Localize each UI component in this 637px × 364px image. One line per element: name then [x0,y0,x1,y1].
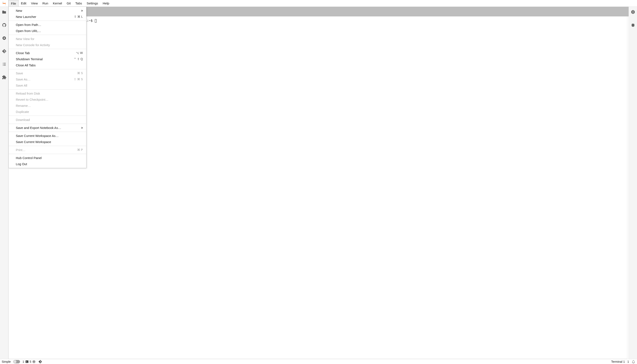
menu-separator [9,154,86,154]
menuitem-download: Download [9,117,86,123]
menuitem-label: New Launcher [16,14,74,20]
menu-separator [9,89,86,90]
menuitem-revert-to-checkpoint: Revert to Checkpoint… [9,96,86,102]
terminal-cursor [95,19,97,22]
menuitem-shortcut: ⌘ P [77,147,83,153]
menu-separator [9,146,86,146]
menuitem-print: Print…⌘ P [9,147,86,153]
dock-panel: $_ Terminal 1 ✕ + notebook@jupyterhub-17… [9,7,628,359]
menuitem-label: Save Current Workspace [16,139,83,145]
menuitem-new[interactable]: New [9,8,86,14]
git-status-icon[interactable] [38,360,42,364]
menuitem-label: Save and Export Notebook As… [16,125,82,131]
svg-rect-7 [34,361,35,362]
menu-separator [9,69,86,69]
menu-run[interactable]: Run [40,0,51,6]
running-icon[interactable] [2,36,7,40]
notification-count: 1 [627,360,629,363]
toc-icon[interactable] [2,62,7,66]
submenu-caret-icon [82,127,83,129]
terminal-count: 5 [30,360,32,363]
submenu-caret-icon [82,10,83,12]
menu-file[interactable]: File [9,0,19,6]
debugger-icon[interactable] [631,23,635,28]
menuitem-shortcut: ⌥ W [76,50,83,56]
menuitem-label: New [16,8,82,14]
left-sidebar [0,7,9,359]
menuitem-shortcut: ⇧ ⌘ L [74,14,83,20]
menuitem-label: Download [16,117,83,123]
menu-settings[interactable]: Settings [84,0,100,6]
menu-view[interactable]: View [29,0,40,6]
menuitem-save-all: Save All [9,82,86,88]
menu-edit[interactable]: Edit [19,0,29,6]
menuitem-new-launcher[interactable]: New Launcher⇧ ⌘ L [9,14,86,20]
menuitem-open-from-url[interactable]: Open from URL… [9,28,86,34]
menuitem-close-all-tabs[interactable]: Close All Tabs [9,62,86,68]
menuitem-shutdown-terminal[interactable]: Shutdown Terminal⌃ ⇧ Q [9,56,86,62]
menuitem-close-tab[interactable]: Close Tab⌥ W [9,50,86,56]
menuitem-duplicate: Duplicate [9,109,86,115]
menuitem-label: Print… [16,147,77,153]
status-bar: Simple 1 $_ 5 Terminal 1 1 [0,359,637,364]
kernel-status-icon[interactable] [32,360,36,364]
menuitem-rename: Rename… [9,102,86,109]
filebrowser-icon[interactable] [2,10,7,14]
menuitem-label: Save All [16,82,83,88]
svg-rect-3 [4,38,5,39]
status-active-tab[interactable]: Terminal 1 [611,360,625,363]
menuitem-save: Save⌘ S [9,70,86,76]
terminal-status-icon[interactable]: $_ [25,360,29,364]
menuitem-new-console-for-activity: New Console for Activity [9,42,86,48]
menuitem-label: Open from Path… [16,22,83,28]
menuitem-label: Open from URL… [16,28,83,34]
menuitem-label: Shutdown Terminal [16,56,74,62]
menuitem-reload-from-disk: Reload from Disk [9,90,86,96]
jupyter-logo-icon [2,1,6,6]
extensions-icon[interactable] [2,75,7,80]
menuitem-save-and-export-notebook-as[interactable]: Save and Export Notebook As… [9,125,86,131]
bell-icon[interactable] [631,360,635,364]
menubar: FileEditViewRunKernelGitTabsSettingsHelp [0,0,637,7]
menuitem-label: Save [16,70,77,76]
menuitem-save-as: Save As…⇧ ⌘ S [9,76,86,82]
menu-tabs[interactable]: Tabs [73,0,84,6]
svg-point-0 [3,2,3,2]
simple-mode-label: Simple [2,360,11,363]
menuitem-hub-control-panel[interactable]: Hub Control Panel [9,155,86,161]
menuitem-open-from-path[interactable]: Open from Path… [9,22,86,28]
menuitem-label: Close All Tabs [16,62,83,68]
menu-kernel[interactable]: Kernel [51,0,64,6]
menuitem-new-view-for: New View for [9,36,86,42]
github-icon[interactable] [2,23,7,28]
git-icon[interactable] [2,49,7,54]
terminal-content[interactable]: notebook@jupyterhub-1712060191-jupyter-1… [9,16,627,359]
menuitem-label: Reload from Disk [16,90,83,96]
menuitem-shortcut: ⌘ S [77,70,83,76]
menuitem-label: New View for [16,36,83,42]
file-menu-dropdown: NewNew Launcher⇧ ⌘ LOpen from Path…Open … [9,6,87,168]
property-inspector-icon[interactable] [631,10,635,14]
menu-separator [9,49,86,49]
menuitem-label: Save As… [16,76,74,82]
menuitem-label: Close Tab [16,50,76,56]
tab-bar: $_ Terminal 1 ✕ + [9,7,628,16]
simple-mode-toggle[interactable] [13,360,20,363]
menuitem-log-out[interactable]: Log Out [9,161,86,167]
menuitem-save-current-workspace-as[interactable]: Save Current Workspace As… [9,133,86,139]
main-area: $_ Terminal 1 ✕ + notebook@jupyterhub-17… [0,7,637,359]
menuitem-label: Save Current Workspace As… [16,133,83,139]
svg-point-1 [5,4,6,5]
menu-help[interactable]: Help [100,0,112,6]
menuitem-shortcut: ⇧ ⌘ S [74,76,83,82]
menuitem-label: Duplicate [16,109,83,115]
svg-text:$_: $_ [26,361,28,363]
menu-separator [9,35,86,35]
menuitem-save-current-workspace[interactable]: Save Current Workspace [9,139,86,145]
menu-git[interactable]: Git [64,0,73,6]
menuitem-label: Log Out [16,161,83,167]
menuitem-label: Revert to Checkpoint… [16,96,83,102]
right-sidebar [628,7,637,359]
git-branch-count: 1 [23,360,24,363]
jupyter-logo[interactable] [0,0,9,6]
